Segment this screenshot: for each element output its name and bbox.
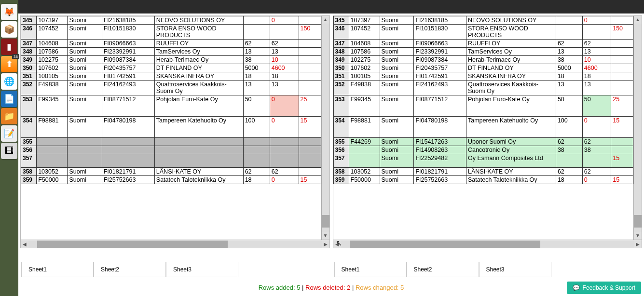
cell[interactable]: Suomi [380,154,414,168]
row-header[interactable]: 346 [21,25,37,40]
cell[interactable] [349,154,380,168]
cell[interactable]: Suomi [68,117,102,138]
row-header[interactable]: 359 [21,176,37,184]
cell[interactable]: Suomi [380,25,414,40]
row-header[interactable]: 350 [333,64,349,72]
cell[interactable]: Suomi [380,146,414,154]
cell[interactable]: Suomi [68,95,102,117]
cell[interactable]: 103052 [349,168,380,176]
row-header[interactable]: 346 [333,25,349,40]
cell[interactable] [299,16,321,25]
cell[interactable]: FI25752663 [102,176,154,184]
cell[interactable]: 18 [270,72,299,81]
cell[interactable]: 0 [270,16,299,25]
cell[interactable]: 62 [243,40,270,48]
cell[interactable]: 50 [582,95,611,117]
table-row[interactable]: 345107397SuomiFI21638185NEOVO SOLUTIONS … [333,16,633,25]
scroll-track[interactable] [634,24,642,232]
table-row[interactable]: 349102275SuomiFI09087384Herab-Terimaec O… [333,56,633,64]
cell[interactable]: F50000 [37,176,68,184]
scroll-down-arrow[interactable]: ▼ [634,232,642,240]
cell[interactable]: 62 [270,40,299,48]
cell[interactable]: 15 [611,176,633,184]
cell[interactable]: 107452 [37,25,68,40]
table-row[interactable]: 359F50000SuomiFI25752663Satatech Talotek… [333,176,633,184]
cell[interactable]: FI08771512 [102,95,154,117]
cell[interactable]: Suomi [68,176,102,184]
cell[interactable] [270,154,299,168]
row-header[interactable]: 353 [21,95,37,117]
cell[interactable]: Suomi [380,48,414,56]
sheet-tab[interactable]: Sheet3 [166,262,238,277]
cell[interactable]: F50000 [349,176,380,184]
cell[interactable]: 10 [270,56,299,64]
cell[interactable]: 0 [582,176,611,184]
row-header[interactable]: 353 [333,95,349,117]
horizontal-scrollbar[interactable]: ◀▶ [333,240,642,248]
cell[interactable]: 18 [243,72,270,81]
cell[interactable]: Pohjolan Euro-Kate Oy [154,95,243,117]
cell[interactable]: F98881 [349,117,380,138]
cell[interactable] [556,16,582,25]
table-row[interactable]: 355 [21,138,321,146]
cell[interactable]: 107586 [37,48,68,56]
row-header[interactable]: 348 [333,48,349,56]
row-header[interactable]: 352 [333,81,349,95]
cell[interactable]: Oy Esmarin Composites Ltd [466,154,556,168]
scroll-right-arrow[interactable]: ▶ [322,242,329,247]
cell[interactable] [582,25,611,40]
cell[interactable]: 62 [270,168,299,176]
cell[interactable]: 100 [556,117,582,138]
table-row[interactable]: 345107397SuomiFI21638185NEOVO SOLUTIONS … [21,16,321,25]
cell[interactable]: FI20435757 [414,64,466,72]
cell[interactable]: Satatech Talotekniikka Oy [466,176,556,184]
row-header[interactable]: 356 [21,146,37,154]
cell[interactable]: 15 [611,154,633,168]
cell[interactable]: Herab-Terimaec Oy [154,56,243,64]
scroll-track[interactable] [322,24,329,232]
cell[interactable]: 18 [556,72,582,81]
cell[interactable]: 102275 [349,56,380,64]
cell[interactable]: 4600 [582,64,611,72]
cell[interactable]: FI10151830 [414,25,466,40]
cell[interactable]: FI22529482 [414,154,466,168]
cell[interactable] [556,25,582,40]
cell[interactable]: 62 [556,168,582,176]
row-header[interactable]: 350 [21,64,37,72]
row-header[interactable]: 359 [333,176,349,184]
table-row[interactable]: 350107602SuomiFI20435757DT FINLAND OY500… [21,64,321,72]
cell[interactable]: 107452 [349,25,380,40]
cell[interactable]: RUUFFI OY [466,40,556,48]
cell[interactable] [243,146,270,154]
cell[interactable]: 38 [556,56,582,64]
table-row[interactable]: 355F44269SuomiFI15417263Uponor Suomi Oy6… [333,138,633,146]
cell[interactable]: 15 [611,117,633,138]
cell[interactable]: 0 [582,16,611,25]
cell[interactable] [243,25,270,40]
cell[interactable]: Suomi [68,48,102,56]
cell[interactable] [611,168,633,176]
table-row[interactable]: 354F98881SuomiFI04780198Tampereen Katehu… [21,117,321,138]
cell[interactable]: Tampereen Katehuolto Oy [154,117,243,138]
row-header[interactable]: 357 [333,154,349,168]
cell[interactable]: 62 [582,40,611,48]
table-row[interactable]: 347104608SuomiFI09066663RUUFFI OY6262 [333,40,633,48]
row-header[interactable]: 354 [333,117,349,138]
cell[interactable] [299,138,321,146]
spreadsheet-grid[interactable]: 345107397SuomiFI21638185NEOVO SOLUTIONS … [21,16,321,184]
cell[interactable]: 13 [582,48,611,56]
cell[interactable] [299,48,321,56]
table-row[interactable]: 349102275SuomiFI09087384Herab-Terimaec O… [21,56,321,64]
cell[interactable] [243,154,270,168]
cell[interactable]: 5000 [243,64,270,72]
table-row[interactable]: 348107586SuomiFI23392991TamServices Oy13… [333,48,633,56]
cell[interactable]: Suomi [380,176,414,184]
cell[interactable] [102,154,154,168]
cell[interactable] [243,138,270,146]
cell[interactable] [37,146,68,154]
cell[interactable]: F99345 [37,95,68,117]
horizontal-scrollbar[interactable]: ◀▶ [21,240,329,248]
cell[interactable]: 62 [582,138,611,146]
cell[interactable]: FI09087384 [414,56,466,64]
cell[interactable] [299,154,321,168]
